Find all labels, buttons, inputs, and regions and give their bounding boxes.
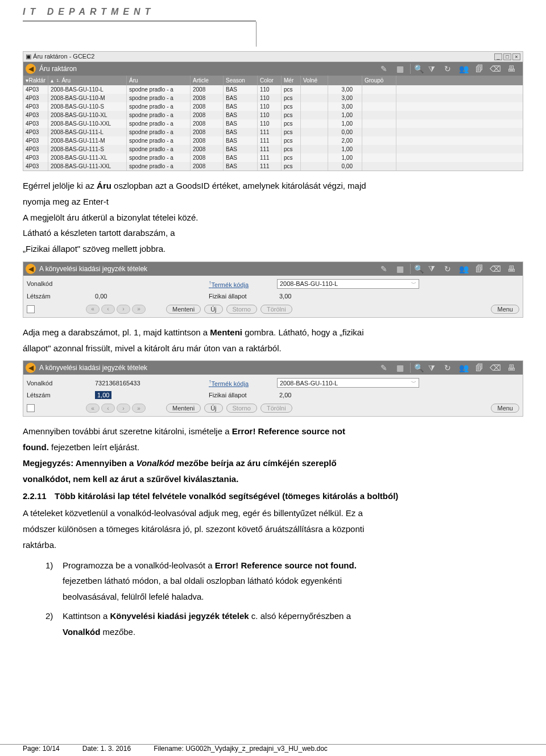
table-row[interactable]: 4P032008-BAS-GU-110-Sspodne pradlo - a20… [23,102,523,111]
termek-kodja-label[interactable]: ↑Termék kódja [209,379,277,387]
menteni-button[interactable]: Menteni [166,404,201,413]
panel-title: A könyvelési kiadási jegyzék tételek [39,364,147,372]
search-icon[interactable]: 🔍 [410,264,421,274]
back-icon[interactable]: ◀ [26,64,36,74]
refresh-icon[interactable]: ↻ [442,64,453,74]
refresh-icon[interactable]: ↻ [442,264,453,274]
nav-last-icon[interactable]: » [132,305,146,314]
users-icon[interactable]: 👥 [458,264,469,274]
users-icon[interactable]: 👥 [458,64,469,74]
torolni-button[interactable]: Törölni [260,305,292,314]
fizikai-value: 2,00 [277,391,419,399]
list-item: 1) Programozza be a vonalkód-leolvasót a… [46,558,523,605]
vonalkod-value[interactable]: 7321368165433 [95,380,209,387]
table-row[interactable]: 4P032008-BAS-GU-110-Lspodne pradlo - a20… [23,85,523,94]
fizikai-label: Fizikai állapot [209,392,277,398]
close-icon[interactable]: × [512,53,520,60]
grid-icon[interactable]: ▦ [394,363,406,373]
nav-first-icon[interactable]: « [86,404,100,413]
list-item: 2) Kattintson a Könyvelési kiadási jegyz… [46,608,523,640]
search-icon[interactable]: 🔍 [410,363,421,373]
edit-icon[interactable]: ✎ [378,264,390,274]
print-icon[interactable]: 🖶 [506,64,517,74]
nav-next-icon[interactable]: › [117,305,130,314]
footer-filename: Filename: UG002h_Vydajky_z_predajni_v3_H… [154,745,328,753]
page-footer: Page: 10/14 Date: 1. 3. 2016 Filename: U… [0,744,546,753]
checkbox[interactable] [27,305,35,313]
chevron-down-icon[interactable]: ﹀ [411,379,416,387]
table-row[interactable]: 4P032008-BAS-GU-110-XLspodne pradlo - a2… [23,111,523,119]
table-row[interactable]: 4P032008-BAS-GU-110-XXLspodne pradlo - a… [23,119,523,128]
uj-button[interactable]: Új [204,404,222,413]
vonalkod-label: Vonalkód [27,280,95,287]
screenshot-form-2: ◀ A könyvelési kiadási jegyzék tételek ✎… [23,360,523,417]
uj-button[interactable]: Új [204,305,222,314]
screenshot-form-1: ◀ A könyvelési kiadási jegyzék tételek ✎… [23,261,523,318]
fizikai-value: 3,00 [277,292,419,300]
ordered-list: 1) Programozza be a vonalkód-leolvasót a… [46,558,523,640]
paragraph: Egérrel jelölje ki az Áru oszlopban azt … [23,178,523,257]
refresh-icon[interactable]: ↻ [442,363,453,373]
vonalkod-label: Vonalkód [27,380,95,387]
copy-icon[interactable]: 🗐 [474,363,485,373]
back-icon[interactable]: ◀ [26,363,36,373]
delete-icon[interactable]: ⌫ [490,363,501,373]
fizikai-label: Fizikai állapot [209,293,277,300]
table-row[interactable]: 4P032008-BAS-GU-111-Lspodne pradlo - a20… [23,128,523,136]
chevron-down-icon[interactable]: ﹀ [411,280,416,288]
letszam-label: Létszám [27,392,95,398]
search-icon[interactable]: 🔍 [410,64,421,74]
copy-icon[interactable]: 🗐 [474,64,485,74]
filter-icon[interactable]: ⧩ [426,264,437,274]
delete-icon[interactable]: ⌫ [490,264,501,274]
delete-icon[interactable]: ⌫ [490,64,501,74]
table-row[interactable]: 4P032008-BAS-GU-110-Mspodne pradlo - a20… [23,94,523,102]
termek-kodja-value[interactable]: 2008-BAS-GU-110-L﹀ [277,279,419,289]
panel-title: Áru raktáron [39,65,77,73]
termek-kodja-value[interactable]: 2008-BAS-GU-110-L﹀ [277,378,419,388]
filter-icon[interactable]: ⧩ [426,363,437,373]
nav-next-icon[interactable]: › [117,404,130,413]
storno-button[interactable]: Storno [226,404,257,413]
filter-icon[interactable]: ⧩ [426,64,437,74]
panel-title: A könyvelési kiadási jegyzék tételek [39,265,147,273]
letszam-value[interactable]: 0,00 [95,293,209,300]
back-icon[interactable]: ◀ [26,264,36,274]
letszam-value[interactable]: 1,00 [95,392,209,398]
copy-icon[interactable]: 🗐 [474,264,485,274]
section-heading: 2.2.11 Több kitárolási lap tétel felvéte… [23,491,523,501]
nav-prev-icon[interactable]: ‹ [101,305,115,314]
minimize-icon[interactable]: _ [494,53,502,60]
torolni-button[interactable]: Törölni [260,404,292,413]
edit-icon[interactable]: ✎ [378,363,390,373]
doc-header: IT DEPARTMENT [23,7,155,19]
termek-kodja-label[interactable]: ↑Termék kódja [209,280,277,288]
column-headers: ▾Raktár ▴1. Áru Áru Article Season Color… [23,76,523,85]
users-icon[interactable]: 👥 [458,363,469,373]
menu-button[interactable]: Menu [491,404,519,413]
footer-page: Page: 10/14 [23,745,60,753]
checkbox[interactable] [27,404,35,412]
footer-date: Date: 1. 3. 2016 [82,745,131,753]
print-icon[interactable]: 🖶 [506,363,517,373]
grid-icon[interactable]: ▦ [394,264,406,274]
menu-button[interactable]: Menu [491,305,519,314]
table-row[interactable]: 4P032008-BAS-GU-111-XXLspodne pradlo - a… [23,162,523,171]
letszam-label: Létszám [27,293,95,300]
nav-last-icon[interactable]: » [132,404,146,413]
table-row[interactable]: 4P032008-BAS-GU-111-Sspodne pradlo - a20… [23,145,523,153]
edit-icon[interactable]: ✎ [378,64,390,74]
nav-prev-icon[interactable]: ‹ [101,404,115,413]
nav-first-icon[interactable]: « [86,305,100,314]
window-title: ▣ Áru raktáron - GCEC2 [26,53,94,60]
paragraph: Adja meg a darabszámot, pl. 1, majd katt… [23,325,523,356]
screenshot-stock-grid: ▣ Áru raktáron - GCEC2 _ □ × ◀ Áru raktá… [23,51,523,171]
menteni-button[interactable]: Menteni [166,305,201,314]
grid-icon[interactable]: ▦ [394,64,406,74]
maximize-icon[interactable]: □ [503,53,511,60]
storno-button[interactable]: Storno [226,305,257,314]
table-row[interactable]: 4P032008-BAS-GU-111-Mspodne pradlo - a20… [23,136,523,145]
paragraph: A tételeket közvetlenül a vonalkód-leolv… [23,505,523,553]
table-row[interactable]: 4P032008-BAS-GU-111-XLspodne pradlo - a2… [23,153,523,162]
print-icon[interactable]: 🖶 [506,264,517,274]
